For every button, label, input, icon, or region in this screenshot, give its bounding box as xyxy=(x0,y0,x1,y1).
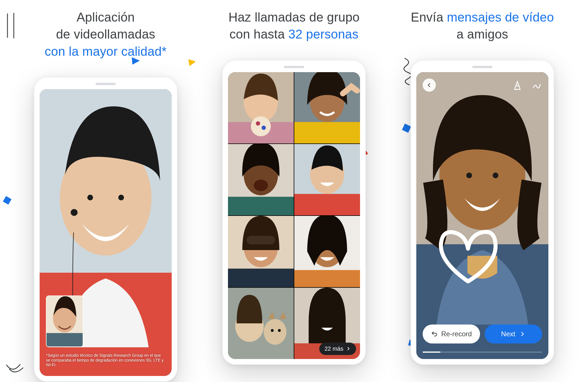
footnote-text: *Según un estudio técnico de Signals Res… xyxy=(46,353,165,367)
rerecord-label: Re-record xyxy=(441,330,472,338)
headline-emphasis: con la mayor calidad* xyxy=(45,44,167,58)
phone-mockup-1: *Según un estudio técnico de Signals Res… xyxy=(34,77,177,382)
svg-point-21 xyxy=(262,126,266,130)
headline-emphasis: 32 personas xyxy=(288,27,358,41)
participant-tile[interactable] xyxy=(228,288,294,359)
participant-tile[interactable] xyxy=(294,72,360,143)
participant-grid: 22 más xyxy=(228,72,360,359)
panel1-headline: Aplicación de videollamadas con la mayor… xyxy=(45,9,167,60)
svg-point-11 xyxy=(118,195,124,200)
feature-panel-3: Envía mensajes de vídeo a amigos xyxy=(397,9,568,382)
participant-tile[interactable] xyxy=(228,72,294,143)
phone-screen-3: Re-record Next xyxy=(416,72,548,359)
participant-tile[interactable] xyxy=(294,216,360,287)
feature-panel-1: Aplicación de videollamadas con la mayor… xyxy=(20,9,191,382)
headline-emphasis: mensajes de vídeo xyxy=(447,10,554,24)
svg-point-20 xyxy=(256,121,260,126)
participant-tile[interactable] xyxy=(228,216,294,287)
svg-point-42 xyxy=(271,329,274,332)
svg-rect-24 xyxy=(294,122,360,143)
undo-icon xyxy=(431,331,438,337)
participant-tile[interactable]: 22 más xyxy=(294,288,360,359)
phone-mockup-3: Re-record Next xyxy=(411,60,554,365)
next-button[interactable]: Next xyxy=(485,325,542,343)
phone-notch xyxy=(284,66,304,68)
svg-point-27 xyxy=(254,180,268,191)
svg-rect-31 xyxy=(294,194,360,215)
svg-rect-34 xyxy=(247,236,275,244)
heart-drawing xyxy=(431,221,505,296)
headline-text: Envía xyxy=(411,10,447,24)
chevron-left-icon xyxy=(426,82,432,88)
svg-point-50 xyxy=(466,172,472,178)
more-chip-label: 22 más xyxy=(324,345,343,352)
svg-point-41 xyxy=(264,319,286,345)
svg-point-10 xyxy=(87,195,93,200)
headline-text: Haz llamadas de grupo xyxy=(229,10,360,24)
svg-rect-15 xyxy=(47,333,83,347)
headline-text: a amigos xyxy=(457,27,508,41)
chevron-right-icon xyxy=(346,346,351,351)
feature-panel-2: Haz llamadas de grupo con hasta 32 perso… xyxy=(208,9,380,382)
self-view-pip[interactable] xyxy=(46,295,83,347)
headline-text: Aplicación xyxy=(77,10,135,24)
draw-tool-icon[interactable] xyxy=(532,80,542,90)
phone-notch xyxy=(96,83,116,85)
text-tool-icon[interactable] xyxy=(512,80,523,90)
video-progress-bar[interactable] xyxy=(423,352,542,353)
pip-person-illustration xyxy=(47,296,83,347)
svg-point-12 xyxy=(71,209,78,216)
panel2-headline: Haz llamadas de grupo con hasta 32 perso… xyxy=(229,9,360,43)
headline-text: con hasta xyxy=(229,27,288,41)
video-message-illustration xyxy=(416,72,548,359)
svg-rect-35 xyxy=(228,268,294,287)
phone-mockup-2: 22 más xyxy=(222,60,366,365)
svg-point-19 xyxy=(251,116,271,136)
chevron-right-icon xyxy=(519,331,526,337)
participant-tile[interactable] xyxy=(228,144,294,215)
more-participants-chip[interactable]: 22 más xyxy=(319,343,356,355)
participant-tile[interactable] xyxy=(294,144,360,215)
rerecord-button[interactable]: Re-record xyxy=(423,325,480,343)
svg-point-51 xyxy=(493,172,498,178)
phone-notch xyxy=(472,66,492,68)
back-button[interactable] xyxy=(423,78,436,92)
headline-text: de videollamadas xyxy=(56,27,155,41)
next-label: Next xyxy=(501,330,515,338)
svg-rect-28 xyxy=(228,197,294,215)
panel3-headline: Envía mensajes de vídeo a amigos xyxy=(411,9,554,43)
phone-screen-2: 22 más xyxy=(228,72,360,359)
svg-point-43 xyxy=(278,329,281,332)
svg-rect-38 xyxy=(294,270,360,287)
phone-screen-1: *Según un estudio técnico de Signals Res… xyxy=(40,89,172,376)
